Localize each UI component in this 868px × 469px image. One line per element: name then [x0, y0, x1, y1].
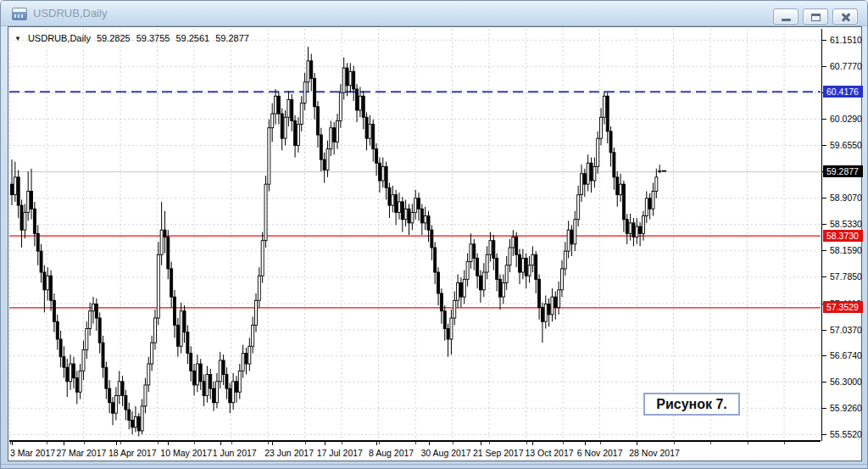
- candle-body: [27, 191, 30, 212]
- candle-body: [245, 354, 248, 364]
- price-level-label: 59.2877: [823, 165, 863, 177]
- candle-body: [392, 195, 394, 205]
- candle-body: [167, 237, 170, 268]
- candle-body: [40, 251, 42, 272]
- candle-body: [287, 99, 290, 117]
- x-axis-minor-tick: [305, 442, 306, 444]
- price-axis[interactable]: 61.151060.777060.403060.029059.655059.28…: [821, 29, 862, 441]
- candle-body: [538, 279, 541, 307]
- minimize-button[interactable]: [773, 8, 798, 25]
- candle-body: [72, 364, 75, 378]
- candle-body: [613, 153, 615, 177]
- candle-body: [294, 120, 297, 145]
- candle-body: [235, 382, 237, 392]
- candle-body: [470, 244, 472, 262]
- y-axis-tick: [822, 250, 826, 251]
- candle-body: [388, 187, 391, 205]
- y-axis-tick: [822, 40, 826, 41]
- close-button[interactable]: [832, 8, 858, 25]
- candle-body: [519, 254, 521, 272]
- candle-body: [121, 382, 124, 396]
- chart-window: USDRUB,Daily ▼ USDRUB,Daily 59.2825 59.3…: [0, 0, 868, 469]
- candle-body: [590, 163, 593, 181]
- x-axis-date-label: 23 Jun 2017: [264, 448, 314, 458]
- candle-body: [333, 128, 336, 142]
- legend-symbol: USDRUB,Daily: [28, 33, 91, 43]
- candle-body: [521, 258, 524, 272]
- x-axis-minor-tick: [158, 442, 159, 444]
- restore-button[interactable]: [803, 8, 828, 25]
- candle-body: [144, 385, 147, 406]
- x-axis-date-label: 17 Jul 2017: [317, 448, 363, 458]
- x-axis-tick: [12, 442, 13, 445]
- y-axis-tick-label: 60.7770: [830, 61, 862, 71]
- candle-body: [427, 216, 430, 231]
- candle-body: [70, 364, 72, 382]
- window-controls: [773, 8, 858, 25]
- candle-body: [570, 230, 573, 244]
- candle-body: [606, 96, 609, 131]
- candle-body: [356, 89, 359, 110]
- candle-body: [47, 276, 49, 290]
- symbol-dropdown-icon[interactable]: ▼: [14, 35, 21, 42]
- candle-body: [636, 226, 638, 237]
- x-axis-minor-tick: [563, 442, 564, 444]
- candle-body: [323, 159, 326, 170]
- candle-body: [193, 371, 196, 385]
- candle-body: [174, 297, 176, 325]
- x-axis-tick: [64, 442, 64, 445]
- candle-body: [242, 354, 244, 371]
- candle-body: [31, 191, 33, 209]
- candle-body: [307, 61, 309, 82]
- candle-body: [593, 166, 596, 181]
- candle-body: [310, 61, 313, 79]
- x-axis-minor-tick: [453, 442, 453, 444]
- candle-body: [385, 166, 387, 187]
- candle-body: [437, 272, 440, 293]
- candle-body: [281, 114, 283, 138]
- candle-body: [147, 364, 150, 385]
- candle-body: [581, 174, 583, 195]
- y-axis-tick-label: 57.7850: [830, 271, 862, 282]
- x-axis-tick: [220, 442, 221, 445]
- candle-body: [450, 318, 453, 339]
- time-axis[interactable]: 3 Mar 201727 Mar 201718 Apr 201710 May 2…: [9, 441, 821, 461]
- candle-body: [476, 258, 479, 276]
- candle-body: [225, 374, 228, 388]
- candle-body: [79, 371, 81, 392]
- chart-legend: ▼ USDRUB,Daily 59.2825 59.3755 59.2561 5…: [14, 32, 249, 44]
- x-axis-tick: [272, 442, 273, 445]
- candle-body: [574, 220, 576, 244]
- candle-body: [353, 71, 355, 89]
- candle-body: [558, 290, 560, 308]
- candle-body: [431, 230, 433, 248]
- candle-body: [125, 395, 127, 410]
- candle-body: [434, 248, 437, 272]
- candle-body: [515, 237, 518, 254]
- candle-body: [203, 382, 205, 396]
- candle-body: [564, 251, 566, 269]
- candle-body: [616, 177, 619, 195]
- legend-close: 59.2877: [215, 33, 249, 43]
- window-titlebar[interactable]: USDRUB,Daily: [1, 1, 867, 26]
- candle-body: [652, 191, 654, 209]
- x-axis-tick: [376, 442, 377, 445]
- candle-body: [342, 68, 345, 92]
- candle-body: [620, 184, 622, 194]
- x-axis-minor-tick: [748, 442, 748, 444]
- x-axis-date-label: 10 May 2017: [160, 448, 212, 458]
- y-axis-tick: [822, 224, 826, 225]
- candle-body: [92, 304, 95, 310]
- y-axis-tick: [822, 330, 826, 331]
- candle-body: [453, 300, 456, 318]
- candle-body: [66, 367, 69, 382]
- restore-icon: [811, 14, 821, 21]
- candle-body: [284, 117, 287, 138]
- candle-body: [603, 96, 605, 117]
- candle-body: [359, 96, 361, 110]
- candlestick-chart[interactable]: [9, 29, 821, 441]
- window-frame-divider: [1, 464, 867, 465]
- candle-body: [36, 233, 39, 251]
- x-axis-date-label: 21 Sep 2017: [473, 448, 524, 458]
- candle-body: [401, 202, 403, 220]
